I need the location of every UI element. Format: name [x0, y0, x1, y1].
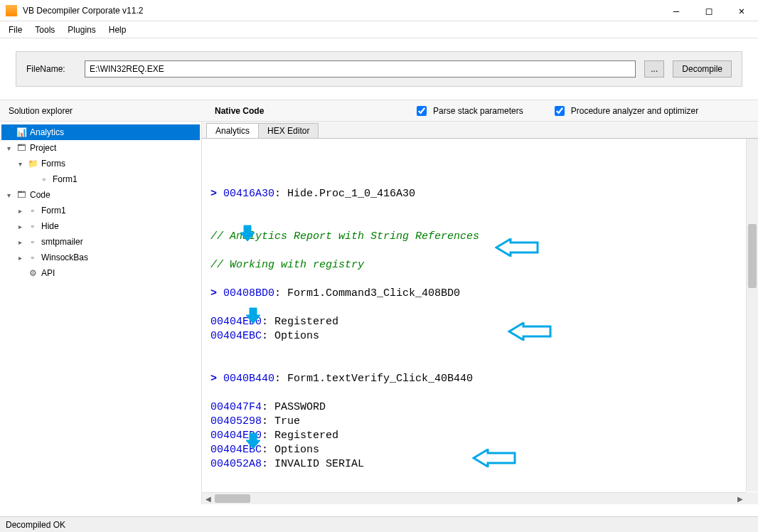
code-prefix: >	[210, 287, 223, 299]
code-text: PASSWORD	[274, 401, 326, 413]
expander-icon[interactable]: ▸	[16, 223, 24, 230]
window-title: VB Decompiler Corporate v11.2	[23, 6, 660, 16]
tab-analytics[interactable]: Analytics	[206, 123, 259, 138]
tree-label: Forms	[41, 159, 65, 169]
code-line[interactable]: 00404ED0: Registered	[210, 429, 749, 443]
expander-icon[interactable]: ▸	[16, 254, 24, 262]
tree-node-code[interactable]: ▾ 🗔 Code	[1, 187, 200, 203]
code-line[interactable]	[210, 216, 749, 230]
code-line[interactable]	[210, 272, 749, 287]
analyzer-checkbox-wrap[interactable]: Procedure analyzer and optimizer	[552, 104, 698, 118]
content-area: Analytics HEX Editor > 00416A30: Hide.Pr…	[202, 122, 758, 504]
header-row: Solution explorer Native Code Parse stac…	[0, 100, 758, 122]
code-line[interactable]: 00404EBC: Options	[210, 443, 749, 457]
code-area[interactable]: > 00416A30: Hide.Proc_1_0_416A30 // Anal…	[202, 139, 758, 504]
parse-stack-checkbox[interactable]	[417, 106, 427, 116]
tab-hex-editor[interactable]: HEX Editor	[258, 123, 319, 138]
app-icon	[6, 5, 17, 16]
tree-label: Form1	[41, 206, 66, 216]
code-line[interactable]: 00404EBC: Options	[210, 329, 749, 344]
tree-node-form1[interactable]: ▸ ▫ Form1	[1, 171, 200, 187]
scroll-right-icon[interactable]: ▶	[734, 493, 746, 505]
tree-node-api[interactable]: ▸ ⚙ API	[1, 265, 200, 281]
code-address: 00405298	[210, 415, 262, 427]
code-line[interactable]: 00405298: True	[210, 415, 749, 429]
code-line[interactable]	[210, 358, 749, 372]
scrollbar-thumb[interactable]	[748, 224, 757, 288]
tree-label: smtpmailer	[41, 237, 83, 247]
api-icon: ⚙	[27, 268, 38, 278]
code-prefix: >	[210, 188, 223, 200]
code-line[interactable]: > 00408BD0: Form1.Command3_Click_408BD0	[210, 287, 749, 301]
tree-node-hide[interactable]: ▸ ▫ Hide	[1, 218, 200, 234]
code-separator: :	[262, 430, 274, 442]
expander-icon[interactable]: ▾	[4, 191, 13, 199]
code-line[interactable]	[210, 201, 749, 216]
code-line[interactable]	[210, 301, 749, 315]
expander-icon[interactable]: ▸	[16, 238, 24, 246]
analyzer-checkbox[interactable]	[555, 106, 565, 116]
code-separator: :	[274, 373, 287, 385]
code-line[interactable]: // Working with registry	[210, 258, 749, 272]
code-comment: // Analytics Report with String Referenc…	[210, 230, 479, 243]
project-icon: 🗔	[16, 143, 27, 153]
scroll-left-icon[interactable]: ◀	[202, 493, 214, 505]
native-code-label: Native Code	[215, 106, 414, 116]
menu-tools[interactable]: Tools	[29, 23, 60, 36]
code-line[interactable]	[210, 344, 749, 358]
filename-input[interactable]	[85, 60, 636, 78]
analytics-icon: 📊	[16, 127, 27, 137]
tree-node-analytics[interactable]: ▸ 📊 Analytics	[1, 124, 200, 140]
decompile-button[interactable]: Decompile	[673, 60, 732, 78]
form-icon: ▫	[38, 174, 50, 184]
code-separator: :	[262, 330, 274, 342]
expander-icon[interactable]: ▾	[4, 144, 13, 152]
code-text: Registered	[274, 316, 338, 328]
menu-help[interactable]: Help	[103, 23, 132, 36]
code-address: 004047F4	[210, 401, 262, 413]
expander-icon[interactable]: ▸	[16, 207, 24, 215]
code-text: INVALID SERIAL	[274, 458, 364, 470]
minimize-button[interactable]: —	[660, 0, 693, 21]
expander-icon[interactable]: ▾	[16, 160, 24, 168]
code-text: True	[274, 415, 300, 427]
menubar: File Tools Plugins Help	[0, 21, 758, 38]
code-line[interactable]	[210, 472, 749, 486]
code-separator: :	[262, 316, 274, 328]
maximize-button[interactable]: □	[693, 0, 725, 21]
code-line[interactable]: 00404ED0: Registered	[210, 315, 749, 329]
code-line[interactable]: > 0040B440: Form1.textVerify_Click_40B44…	[210, 372, 749, 386]
tree-node-forms[interactable]: ▾ 📁 Forms	[1, 156, 200, 171]
code-separator: :	[262, 401, 274, 413]
scrollbar-thumb[interactable]	[215, 494, 250, 503]
code-line[interactable]: // Analytics Report with String Referenc…	[210, 230, 749, 244]
tree-node-smtpmailer[interactable]: ▸ ▫ smtpmailer	[1, 234, 200, 250]
code-line[interactable]	[210, 386, 749, 400]
scroll-corner	[746, 492, 758, 504]
vertical-scrollbar[interactable]	[746, 139, 758, 491]
code-line[interactable]: 004047F4: PASSWORD	[210, 400, 749, 415]
code-line[interactable]: 004052A8: INVALID SERIAL	[210, 457, 749, 472]
browse-button[interactable]: ...	[644, 60, 664, 78]
filename-label: FileName:	[26, 64, 76, 74]
close-button[interactable]: ✕	[725, 0, 758, 21]
tree-label: WinsockBas	[41, 252, 88, 262]
code-line[interactable]	[210, 244, 749, 258]
menu-plugins[interactable]: Plugins	[62, 23, 101, 36]
code-separator: :	[262, 458, 274, 470]
tree-node-code-form1[interactable]: ▸ ▫ Form1	[1, 203, 200, 218]
code-line[interactable]: > 00416A30: Hide.Proc_1_0_416A30	[210, 187, 749, 201]
parse-stack-checkbox-wrap[interactable]: Parse stack parameters	[414, 104, 523, 118]
horizontal-scrollbar[interactable]: ◀ ▶	[202, 492, 746, 504]
tree-label: Code	[30, 190, 50, 200]
menu-file[interactable]: File	[3, 23, 28, 36]
toolbar-area: FileName: ... Decompile	[0, 38, 758, 100]
tree-label: Hide	[41, 221, 59, 231]
tree-node-project[interactable]: ▾ 🗔 Project	[1, 140, 200, 156]
code-address: 004052A8	[210, 458, 262, 470]
code-address: 00408BD0	[223, 287, 274, 299]
code-text: Form1.Command3_Click_408BD0	[287, 287, 460, 299]
tree-node-winsockbas[interactable]: ▸ ▫ WinsockBas	[1, 250, 200, 265]
solution-explorer-tree[interactable]: ▸ 📊 Analytics ▾ 🗔 Project ▾ 📁 Forms ▸ ▫ …	[0, 122, 202, 504]
code-separator: :	[262, 444, 274, 456]
